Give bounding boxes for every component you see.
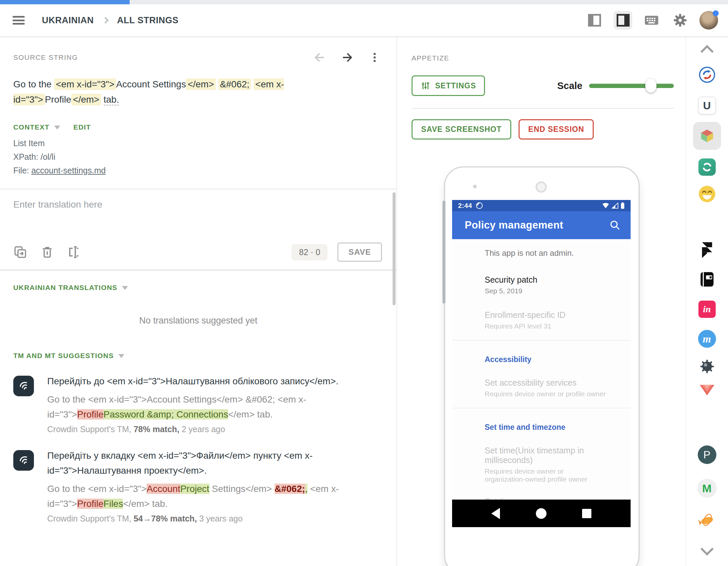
- device-screen[interactable]: 2:44 Policy management This app is not a…: [452, 200, 631, 527]
- suggestion-source-diff: Go to the <em x-id="3">Account Settings<…: [47, 392, 380, 422]
- chevron-right-icon: [102, 17, 109, 24]
- context-toggle[interactable]: CONTEXT: [13, 123, 50, 131]
- context-edit-button[interactable]: EDIT: [73, 123, 91, 131]
- translation-input[interactable]: Enter translation here: [0, 189, 397, 240]
- section-header: Set time and timezone: [485, 423, 614, 432]
- policy-list[interactable]: This app is not an admin. Security patch…: [452, 239, 631, 500]
- list-item-title-disabled: Set time(Unix timestamp in milliseconds): [485, 446, 604, 465]
- volume-rocker: [442, 201, 445, 303]
- toolbar-item-sync[interactable]: [698, 66, 716, 83]
- android-navbar: [452, 500, 631, 527]
- suggestion-item[interactable]: Перейдіть до <em x-id="3">Налаштування о…: [13, 374, 383, 434]
- collapse-down-button[interactable]: [701, 544, 713, 555]
- book-icon: [698, 271, 716, 288]
- layout-right-icon: [617, 14, 630, 27]
- more-options-button[interactable]: [369, 52, 381, 63]
- section-header: Accessibility: [485, 355, 614, 364]
- save-translation-button[interactable]: SAVE: [337, 243, 382, 262]
- previous-string-button[interactable]: [313, 51, 326, 64]
- toolbar-item-marvel[interactable]: m: [698, 330, 716, 348]
- toolbar-item-letter-u[interactable]: U: [698, 97, 716, 115]
- keyboard-shortcuts-button[interactable]: [642, 11, 661, 30]
- context-file[interactable]: File: account-settings.md: [13, 164, 383, 177]
- speaker-grill: [536, 181, 547, 193]
- online-status-badge: [713, 10, 719, 16]
- settings-button-label: SETTINGS: [435, 81, 476, 90]
- clear-translation-button[interactable]: [41, 246, 54, 259]
- device-preview[interactable]: 2:44 Policy management This app is not a…: [444, 167, 640, 566]
- scale-slider[interactable]: [589, 84, 674, 88]
- scrollbar-thumb[interactable]: [393, 192, 396, 305]
- toolbar-item-framer[interactable]: [700, 242, 714, 259]
- smiley-icon: [698, 185, 716, 203]
- toolbar-item-proto[interactable]: P: [698, 445, 716, 464]
- toolbar-item-invision[interactable]: in: [698, 300, 716, 318]
- next-string-button[interactable]: [341, 51, 354, 64]
- suggestion-translation: Перейдіть у вкладку <em x-id="3">Файли</…: [47, 448, 380, 478]
- context-type: List Item: [13, 137, 383, 150]
- layout-right-panel-button[interactable]: [614, 11, 632, 30]
- collapse-up-button[interactable]: [701, 42, 713, 54]
- camera-dot: [473, 185, 477, 188]
- toolbar-item-refresh[interactable]: [698, 159, 716, 176]
- avatar[interactable]: [699, 11, 718, 30]
- ukrainian-translations-toggle[interactable]: UKRAINIAN TRANSLATIONS: [13, 283, 117, 291]
- android-appbar: Policy management: [452, 211, 631, 239]
- zeplin-icon: [698, 512, 716, 528]
- divider: [412, 108, 674, 109]
- toolbar-item-book[interactable]: [698, 271, 716, 288]
- search-icon[interactable]: [609, 220, 621, 231]
- hamburger-menu-icon[interactable]: [13, 16, 25, 25]
- tm-mt-suggestions-toggle[interactable]: TM AND MT SUGGESTIONS: [13, 352, 114, 360]
- suggestion-translation: Перейдіть до <em x-id="3">Налаштування о…: [47, 374, 380, 389]
- invision-icon: in: [698, 300, 716, 318]
- list-item-title-disabled: Set accessibility services: [485, 378, 614, 388]
- crowdin-tm-icon: [13, 450, 34, 471]
- recents-icon[interactable]: [582, 509, 591, 518]
- home-icon[interactable]: [536, 508, 546, 519]
- admin-info-text: This app is not an admin.: [485, 249, 614, 258]
- android-q-icon: [476, 202, 483, 209]
- layout-left-panel-button[interactable]: [585, 11, 604, 30]
- proto-icon: P: [698, 445, 716, 464]
- appetize-label: APPETIZE: [412, 54, 449, 62]
- framer-icon: [700, 242, 714, 259]
- back-icon[interactable]: [491, 508, 500, 519]
- battery-icon: [621, 202, 625, 209]
- suggestion-item[interactable]: Перейдіть у вкладку <em x-id="3">Файли</…: [13, 448, 383, 523]
- app-title: Policy management: [465, 219, 563, 231]
- translation-placeholder: Enter translation here: [13, 199, 383, 210]
- apps-toolbar: U in m: [686, 36, 728, 566]
- sliders-icon: [421, 81, 430, 91]
- mine-icon: [698, 357, 716, 375]
- scale-label: Scale: [557, 80, 582, 91]
- gear-icon: [672, 13, 688, 28]
- list-item-title[interactable]: Security patch: [485, 275, 614, 284]
- appetize-settings-button[interactable]: SETTINGS: [412, 75, 485, 96]
- end-session-button[interactable]: END SESSION: [519, 119, 594, 140]
- toolbar-item-medium[interactable]: M: [697, 479, 717, 498]
- no-translations-text: No translations suggested yet: [0, 315, 397, 326]
- scale-slider-thumb[interactable]: [645, 79, 657, 93]
- select-text-button[interactable]: [67, 245, 81, 259]
- toolbar-item-flag[interactable]: [699, 384, 715, 396]
- chevron-down-icon: [701, 544, 713, 555]
- appetize-panel: APPETIZE SETTINGS Scale SAVE SCREENSHOT …: [397, 36, 686, 566]
- source-string-text: Go to the <em x-id="3">Account Settings<…: [13, 77, 349, 107]
- settings-gear-button[interactable]: [671, 11, 689, 30]
- toolbar-item-appetize[interactable]: [693, 122, 721, 150]
- toolbar-item-smiley[interactable]: [698, 185, 716, 203]
- copy-source-button[interactable]: [13, 245, 27, 259]
- suggestion-meta: Crowdin Support's TM, 78% match, 2 years…: [47, 424, 380, 434]
- marvel-icon: m: [698, 330, 716, 348]
- breadcrumb-view[interactable]: ALL STRINGS: [117, 15, 179, 26]
- editor-panel: SOURCE STRING Go to the <em x-id="3">Acc…: [0, 36, 397, 566]
- toolbar-item-mine[interactable]: [698, 357, 716, 375]
- main-area: SOURCE STRING Go to the <em x-id="3">Acc…: [0, 36, 728, 566]
- save-screenshot-button[interactable]: SAVE SCREENSHOT: [412, 119, 511, 140]
- suggestions-caret-icon: [118, 354, 124, 358]
- breadcrumb-language[interactable]: UKRAINIAN: [42, 15, 94, 26]
- toolbar-item-zeplin[interactable]: [698, 512, 716, 528]
- suggestion-meta: Crowdin Support's TM, 54→78% match, 3 ye…: [47, 514, 380, 523]
- keyboard-icon: [644, 13, 659, 28]
